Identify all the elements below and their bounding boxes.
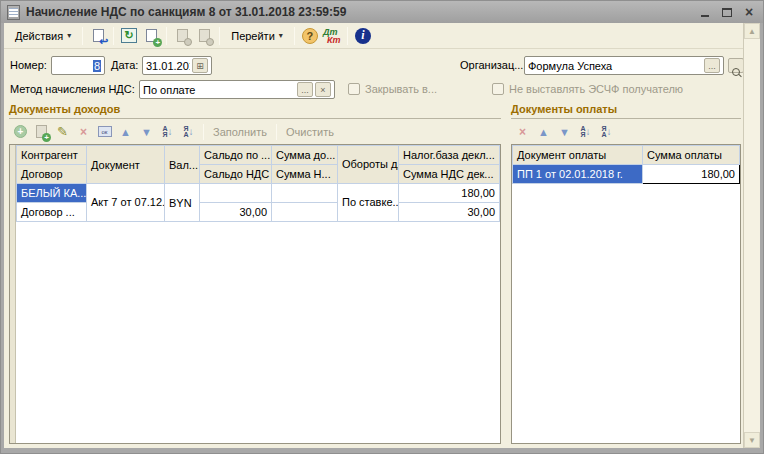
table-cell-payment-document[interactable]: ПП 1 от 02.01.2018 г.	[513, 165, 643, 184]
column-header[interactable]: Сумма НДС дек...	[399, 165, 500, 184]
vat-method-label: Метод начисления НДС:	[10, 83, 135, 95]
dt-kt-icon[interactable]: Дт Кт	[321, 26, 343, 46]
create-based-on-icon[interactable]: +	[140, 26, 162, 46]
move-up-icon[interactable]: ▲	[116, 123, 135, 141]
close-button[interactable]: ×	[741, 5, 757, 19]
window-title: Начисление НДС по санкциям 8 от 31.01.20…	[26, 5, 697, 19]
column-header[interactable]: Документ	[87, 146, 165, 184]
checkbox-no-eschf: Не выставлять ЭСЧФ получателю	[492, 83, 683, 95]
sort-asc-icon[interactable]: АЯ↓	[576, 123, 595, 141]
table-cell-sum-nds[interactable]	[272, 203, 338, 222]
toolbar-separator	[166, 27, 167, 45]
column-header[interactable]: Обороты для ...	[338, 146, 399, 184]
move-up-icon[interactable]: ▲	[534, 123, 553, 141]
column-header[interactable]: Сумма Н...	[272, 165, 338, 184]
table-cell-contractor[interactable]: БЕЛЫЙ КА...	[17, 184, 87, 203]
income-panel-title: Документы доходов	[9, 103, 501, 119]
sort-desc-icon[interactable]: ЯА↓	[179, 123, 198, 141]
maximize-button[interactable]	[719, 5, 735, 19]
table-cell-sum[interactable]	[272, 184, 338, 203]
table-cell-turnover[interactable]: По ставке...	[338, 184, 399, 222]
titlebar[interactable]: Начисление НДС по санкциям 8 от 31.01.20…	[1, 1, 763, 23]
copy-row-icon[interactable]: +	[32, 123, 51, 141]
table-cell-vat-sum[interactable]: 30,00	[399, 203, 500, 222]
clear-icon[interactable]: ×	[315, 82, 331, 97]
document-icon	[7, 5, 20, 20]
scroll-down-icon[interactable]: ▼	[744, 432, 760, 448]
payment-documents-panel: Документы оплаты × ▲ ▼ АЯ↓ ЯА↓	[511, 103, 741, 444]
move-down-icon[interactable]: ▼	[555, 123, 574, 141]
organization-label: Организац...	[460, 59, 523, 71]
goto-button[interactable]: Перейти ▾	[224, 26, 290, 46]
toolbar-separator	[294, 27, 295, 45]
edit-row-icon[interactable]: ✎	[53, 123, 72, 141]
column-header[interactable]: Сумма до...	[272, 146, 338, 165]
post-document-icon[interactable]: ↻	[118, 26, 140, 46]
number-input[interactable]: 8	[51, 56, 105, 75]
open-button[interactable]	[728, 58, 743, 73]
organization-input[interactable]: Формула Успеха ...	[524, 56, 724, 75]
chevron-down-icon: ▾	[67, 31, 71, 40]
toolbar-separator	[113, 27, 114, 45]
payment-table: Документ оплаты Сумма оплаты ПП 1 от 02.…	[511, 144, 741, 444]
choose-button[interactable]: ...	[297, 82, 313, 97]
document-movements-icon	[171, 26, 193, 46]
vat-method-input[interactable]: По оплате ... ×	[139, 80, 335, 99]
date-input[interactable]: 31.01.2018 ⊞	[142, 56, 212, 75]
number-label: Номер:	[10, 59, 47, 71]
table-cell-payment-sum[interactable]: 180,00	[643, 165, 740, 184]
table-cell-saldo[interactable]	[200, 184, 272, 203]
income-table: Контрагент Документ Вал... Сальдо по ...…	[9, 144, 501, 444]
date-label: Дата:	[111, 59, 138, 71]
save-icon[interactable]: ↩	[87, 26, 109, 46]
actions-button[interactable]: Действия ▾	[8, 26, 78, 46]
table-cell-saldo-nds[interactable]: 30,00	[200, 203, 272, 222]
checkbox-close-period: Закрывать в...	[348, 83, 437, 95]
minimize-button[interactable]	[697, 5, 713, 19]
info-icon[interactable]: i	[352, 26, 374, 46]
toolbar-separator	[276, 124, 277, 140]
column-header[interactable]: Документ оплаты	[513, 146, 643, 165]
scrollbar-track[interactable]	[744, 39, 760, 432]
income-documents-panel: Документы доходов + + ✎ × ок ▲ ▼ АЯ↓ ЯА↓	[9, 103, 501, 444]
goto-label: Перейти	[231, 30, 275, 42]
posting-results-icon	[193, 26, 215, 46]
form-scrollbar[interactable]: ▲ ▼	[743, 23, 760, 448]
toolbar-separator	[219, 27, 220, 45]
toolbar-separator	[82, 27, 83, 45]
income-panel-toolbar: + + ✎ × ок ▲ ▼ АЯ↓ ЯА↓ Заполнить	[9, 119, 501, 144]
delete-row-icon[interactable]: ×	[74, 123, 93, 141]
table-cell-taxbase[interactable]: 180,00	[399, 184, 500, 203]
document-window: Начисление НДС по санкциям 8 от 31.01.20…	[0, 0, 764, 454]
column-header[interactable]: Договор	[17, 165, 87, 184]
column-header[interactable]: Контрагент	[17, 146, 87, 165]
move-down-icon[interactable]: ▼	[137, 123, 156, 141]
table-cell-document[interactable]: Акт 7 от 07.12.2017 г.	[87, 184, 165, 222]
add-row-icon[interactable]: +	[11, 123, 30, 141]
toolbar-separator	[347, 27, 348, 45]
column-header[interactable]: Вал...	[165, 146, 200, 184]
finish-edit-icon[interactable]: ок	[95, 123, 114, 141]
table-cell-currency[interactable]: BYN	[165, 184, 200, 222]
payment-panel-toolbar: × ▲ ▼ АЯ↓ ЯА↓	[511, 119, 741, 144]
payment-panel-title: Документы оплаты	[511, 103, 741, 119]
scroll-up-icon[interactable]: ▲	[744, 23, 760, 39]
chevron-down-icon: ▾	[279, 31, 283, 40]
sort-desc-icon[interactable]: ЯА↓	[597, 123, 616, 141]
column-header[interactable]: Сальдо НДС	[200, 165, 272, 184]
actions-label: Действия	[15, 30, 63, 42]
calendar-icon[interactable]: ⊞	[192, 58, 208, 73]
toolbar-separator	[203, 124, 204, 140]
sort-asc-icon[interactable]: АЯ↓	[158, 123, 177, 141]
main-toolbar: Действия ▾ ↩ ↻ +	[4, 23, 743, 49]
clear-button[interactable]: Очистить	[282, 126, 338, 138]
choose-button[interactable]: ...	[704, 58, 720, 73]
column-header[interactable]: Сальдо по ...	[200, 146, 272, 165]
delete-row-icon[interactable]: ×	[513, 123, 532, 141]
fill-button[interactable]: Заполнить	[209, 126, 271, 138]
column-header[interactable]: Налог.база декл...	[399, 146, 500, 165]
column-header[interactable]: Сумма оплаты	[643, 146, 740, 165]
help-icon[interactable]: ?	[299, 26, 321, 46]
table-cell-contract[interactable]: Договор ...	[17, 203, 87, 222]
